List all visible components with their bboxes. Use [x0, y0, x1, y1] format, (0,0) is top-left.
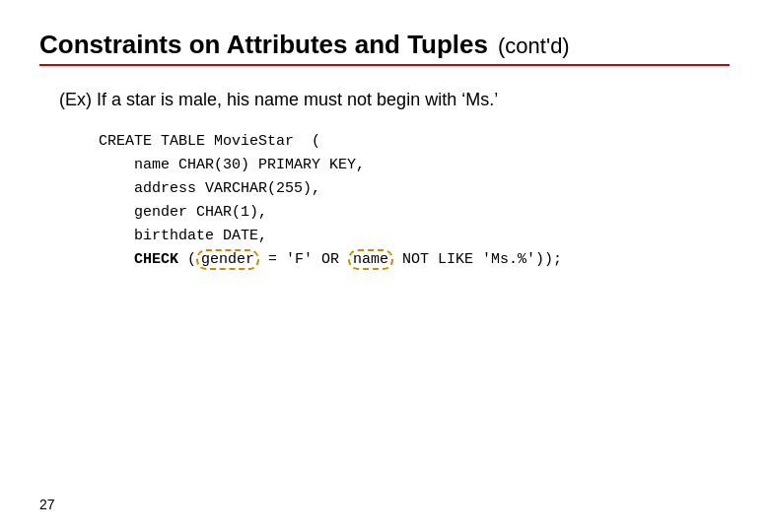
- slide-container: Constraints on Attributes and Tuples (co…: [0, 0, 769, 532]
- code-line-4: gender CHAR(1),: [99, 201, 730, 225]
- code-block: CREATE TABLE MovieStar ( name CHAR(30) P…: [99, 130, 730, 272]
- code-line-5: birthdate DATE,: [99, 225, 730, 248]
- slide-number: 27: [39, 497, 55, 512]
- code-check-keyword: CHECK: [134, 251, 178, 268]
- code-indent: [99, 251, 134, 268]
- code-line-1: CREATE TABLE MovieStar (: [99, 130, 730, 154]
- code-gender-highlight: gender: [196, 249, 259, 270]
- title-underline: [39, 64, 730, 66]
- title-main: Constraints on Attributes and Tuples: [39, 30, 488, 60]
- code-not-like: NOT LIKE 'Ms.%'));: [393, 251, 562, 268]
- title-line: Constraints on Attributes and Tuples (co…: [39, 30, 730, 60]
- title-contd: (cont'd): [498, 33, 570, 59]
- title-area: Constraints on Attributes and Tuples (co…: [39, 30, 730, 66]
- example-text: (Ex) If a star is male, his name must no…: [59, 90, 730, 110]
- code-line-2: name CHAR(30) PRIMARY KEY,: [99, 154, 730, 177]
- code-name-highlight: name: [348, 249, 393, 270]
- code-equals: = 'F' OR: [259, 251, 348, 268]
- code-open-paren: (: [178, 251, 196, 268]
- code-line-6: CHECK (gender = 'F' OR name NOT LIKE 'Ms…: [99, 248, 730, 272]
- code-line-3: address VARCHAR(255),: [99, 177, 730, 201]
